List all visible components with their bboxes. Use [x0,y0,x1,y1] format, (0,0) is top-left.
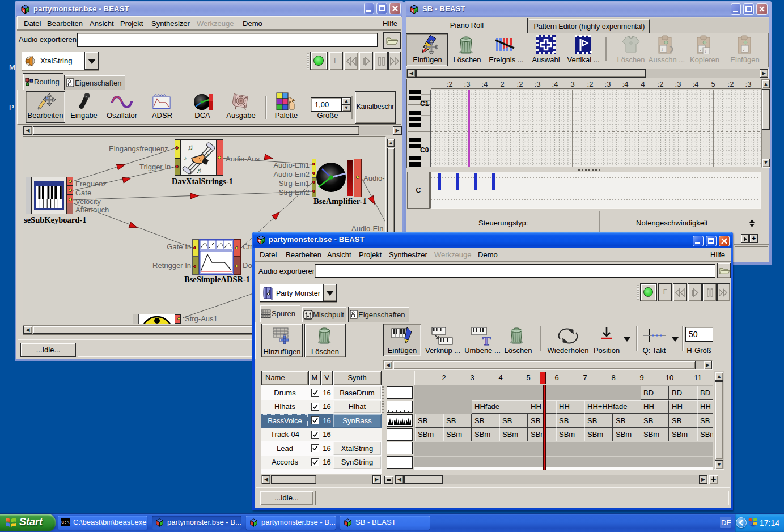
svg-text:K: K [415,9,418,13]
svg-text:♩: ♩ [704,48,710,54]
svg-text:T: T [482,334,491,346]
svg-text:♪: ♪ [206,151,210,158]
svg-text:T: T [23,9,25,13]
svg-text:♪: ♪ [184,155,187,161]
svg-text:K: K [262,240,265,244]
svg-text:♬: ♬ [196,166,204,175]
svg-text:♩: ♩ [661,46,667,52]
svg-text:K: K [26,9,29,13]
svg-text:T: T [258,240,261,244]
svg-text:♩: ♩ [743,46,748,52]
svg-text:♬: ♬ [187,142,196,152]
svg-text:T: T [412,9,414,13]
